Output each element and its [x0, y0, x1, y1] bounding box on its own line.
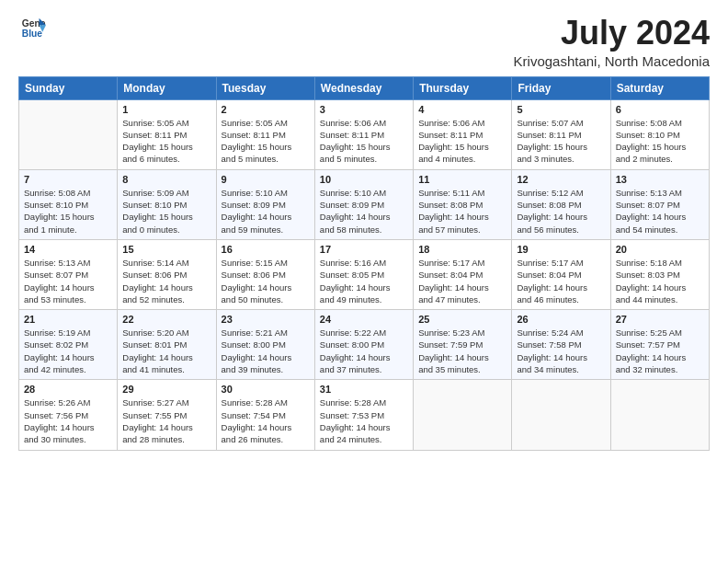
day-info: Sunrise: 5:14 AMSunset: 8:06 PMDaylight:… — [122, 257, 210, 305]
week-row-2: 7Sunrise: 5:08 AMSunset: 8:10 PMDaylight… — [19, 169, 710, 239]
day-number: 8 — [122, 174, 210, 185]
header-thursday: Thursday — [414, 76, 512, 99]
calendar-cell-1-0: 7Sunrise: 5:08 AMSunset: 8:10 PMDaylight… — [19, 169, 118, 239]
calendar-cell-3-2: 23Sunrise: 5:21 AMSunset: 8:00 PMDayligh… — [216, 310, 314, 380]
header: General Blue July 2024 Krivogashtani, No… — [18, 15, 710, 69]
day-number: 25 — [418, 314, 506, 325]
day-number: 24 — [320, 314, 408, 325]
title-block: July 2024 Krivogashtani, North Macedonia — [514, 15, 710, 69]
logo: General Blue — [18, 15, 46, 40]
day-number: 14 — [24, 244, 112, 255]
calendar-cell-4-3: 31Sunrise: 5:28 AMSunset: 7:53 PMDayligh… — [314, 380, 413, 450]
week-row-4: 21Sunrise: 5:19 AMSunset: 8:02 PMDayligh… — [19, 310, 710, 380]
calendar-cell-2-5: 19Sunrise: 5:17 AMSunset: 8:04 PMDayligh… — [512, 239, 610, 309]
page-container: General Blue July 2024 Krivogashtani, No… — [0, 0, 728, 460]
calendar-cell-0-3: 3Sunrise: 5:06 AMSunset: 8:11 PMDaylight… — [314, 99, 413, 169]
day-number: 23 — [222, 314, 310, 325]
day-info: Sunrise: 5:11 AMSunset: 8:08 PMDaylight:… — [418, 187, 506, 236]
day-number: 6 — [616, 104, 704, 115]
day-info: Sunrise: 5:24 AMSunset: 7:58 PMDaylight:… — [517, 327, 605, 375]
day-number: 1 — [122, 104, 210, 115]
calendar-cell-4-2: 30Sunrise: 5:28 AMSunset: 7:54 PMDayligh… — [216, 380, 314, 450]
day-info: Sunrise: 5:26 AMSunset: 7:56 PMDaylight:… — [24, 396, 112, 445]
day-info: Sunrise: 5:22 AMSunset: 8:00 PMDaylight:… — [320, 327, 408, 375]
header-wednesday: Wednesday — [314, 76, 413, 99]
day-number: 10 — [320, 174, 408, 185]
calendar-cell-3-4: 25Sunrise: 5:23 AMSunset: 7:59 PMDayligh… — [414, 310, 512, 380]
day-number: 26 — [517, 314, 605, 325]
day-number: 20 — [616, 244, 704, 255]
day-number: 2 — [222, 104, 310, 115]
week-row-1: 1Sunrise: 5:05 AMSunset: 8:11 PMDaylight… — [19, 99, 710, 169]
day-info: Sunrise: 5:06 AMSunset: 8:11 PMDaylight:… — [320, 117, 408, 166]
header-tuesday: Tuesday — [216, 76, 314, 99]
day-info: Sunrise: 5:10 AMSunset: 8:09 PMDaylight:… — [320, 187, 408, 236]
day-info: Sunrise: 5:08 AMSunset: 8:10 PMDaylight:… — [616, 117, 704, 166]
calendar-cell-3-0: 21Sunrise: 5:19 AMSunset: 8:02 PMDayligh… — [19, 310, 118, 380]
calendar-cell-3-3: 24Sunrise: 5:22 AMSunset: 8:00 PMDayligh… — [314, 310, 413, 380]
day-info: Sunrise: 5:09 AMSunset: 8:10 PMDaylight:… — [122, 187, 210, 236]
day-number: 15 — [122, 244, 210, 255]
calendar-cell-2-4: 18Sunrise: 5:17 AMSunset: 8:04 PMDayligh… — [414, 239, 512, 309]
header-monday: Monday — [118, 76, 216, 99]
week-row-3: 14Sunrise: 5:13 AMSunset: 8:07 PMDayligh… — [19, 239, 710, 309]
day-number: 16 — [222, 244, 310, 255]
day-number: 4 — [418, 104, 506, 115]
subtitle: Krivogashtani, North Macedonia — [514, 53, 710, 69]
calendar-cell-0-2: 2Sunrise: 5:05 AMSunset: 8:11 PMDaylight… — [216, 99, 314, 169]
day-number: 27 — [616, 314, 704, 325]
header-saturday: Saturday — [610, 76, 709, 99]
day-number: 11 — [418, 174, 506, 185]
day-number: 19 — [517, 244, 605, 255]
weekday-header-row: Sunday Monday Tuesday Wednesday Thursday… — [19, 76, 710, 99]
day-number: 5 — [517, 104, 605, 115]
calendar-table: Sunday Monday Tuesday Wednesday Thursday… — [18, 76, 710, 451]
week-row-5: 28Sunrise: 5:26 AMSunset: 7:56 PMDayligh… — [19, 380, 710, 450]
calendar-cell-0-6: 6Sunrise: 5:08 AMSunset: 8:10 PMDaylight… — [610, 99, 709, 169]
day-number: 29 — [122, 384, 210, 395]
day-info: Sunrise: 5:23 AMSunset: 7:59 PMDaylight:… — [418, 327, 506, 375]
day-number: 7 — [24, 174, 112, 185]
day-number: 13 — [616, 174, 704, 185]
day-number: 3 — [320, 104, 408, 115]
calendar-cell-1-5: 12Sunrise: 5:12 AMSunset: 8:08 PMDayligh… — [512, 169, 610, 239]
day-info: Sunrise: 5:17 AMSunset: 8:04 PMDaylight:… — [418, 257, 506, 305]
day-number: 31 — [320, 384, 408, 395]
calendar-cell-2-6: 20Sunrise: 5:18 AMSunset: 8:03 PMDayligh… — [610, 239, 709, 309]
svg-text:Blue: Blue — [22, 29, 43, 39]
day-info: Sunrise: 5:21 AMSunset: 8:00 PMDaylight:… — [222, 327, 310, 375]
day-info: Sunrise: 5:27 AMSunset: 7:55 PMDaylight:… — [122, 396, 210, 445]
day-info: Sunrise: 5:07 AMSunset: 8:11 PMDaylight:… — [517, 117, 605, 166]
calendar-cell-4-4 — [414, 380, 512, 450]
calendar-cell-1-3: 10Sunrise: 5:10 AMSunset: 8:09 PMDayligh… — [314, 169, 413, 239]
calendar-cell-2-2: 16Sunrise: 5:15 AMSunset: 8:06 PMDayligh… — [216, 239, 314, 309]
day-info: Sunrise: 5:12 AMSunset: 8:08 PMDaylight:… — [517, 187, 605, 236]
calendar-cell-1-6: 13Sunrise: 5:13 AMSunset: 8:07 PMDayligh… — [610, 169, 709, 239]
calendar-cell-0-4: 4Sunrise: 5:06 AMSunset: 8:11 PMDaylight… — [414, 99, 512, 169]
calendar-cell-1-2: 9Sunrise: 5:10 AMSunset: 8:09 PMDaylight… — [216, 169, 314, 239]
day-info: Sunrise: 5:05 AMSunset: 8:11 PMDaylight:… — [222, 117, 310, 166]
day-number: 21 — [24, 314, 112, 325]
main-title: July 2024 — [514, 15, 710, 52]
calendar-cell-0-0 — [19, 99, 118, 169]
day-info: Sunrise: 5:15 AMSunset: 8:06 PMDaylight:… — [222, 257, 310, 305]
day-info: Sunrise: 5:25 AMSunset: 7:57 PMDaylight:… — [616, 327, 704, 375]
header-friday: Friday — [512, 76, 610, 99]
calendar-cell-2-3: 17Sunrise: 5:16 AMSunset: 8:05 PMDayligh… — [314, 239, 413, 309]
calendar-cell-4-5 — [512, 380, 610, 450]
calendar-cell-3-1: 22Sunrise: 5:20 AMSunset: 8:01 PMDayligh… — [118, 310, 216, 380]
calendar-cell-3-6: 27Sunrise: 5:25 AMSunset: 7:57 PMDayligh… — [610, 310, 709, 380]
calendar-cell-0-1: 1Sunrise: 5:05 AMSunset: 8:11 PMDaylight… — [118, 99, 216, 169]
day-number: 30 — [222, 384, 310, 395]
calendar-cell-4-6 — [610, 380, 709, 450]
day-number: 28 — [24, 384, 112, 395]
calendar-cell-0-5: 5Sunrise: 5:07 AMSunset: 8:11 PMDaylight… — [512, 99, 610, 169]
day-info: Sunrise: 5:28 AMSunset: 7:53 PMDaylight:… — [320, 396, 408, 445]
calendar-cell-2-0: 14Sunrise: 5:13 AMSunset: 8:07 PMDayligh… — [19, 239, 118, 309]
calendar-cell-3-5: 26Sunrise: 5:24 AMSunset: 7:58 PMDayligh… — [512, 310, 610, 380]
calendar-cell-1-4: 11Sunrise: 5:11 AMSunset: 8:08 PMDayligh… — [414, 169, 512, 239]
day-number: 12 — [517, 174, 605, 185]
day-info: Sunrise: 5:16 AMSunset: 8:05 PMDaylight:… — [320, 257, 408, 305]
header-sunday: Sunday — [19, 76, 118, 99]
day-number: 9 — [222, 174, 310, 185]
